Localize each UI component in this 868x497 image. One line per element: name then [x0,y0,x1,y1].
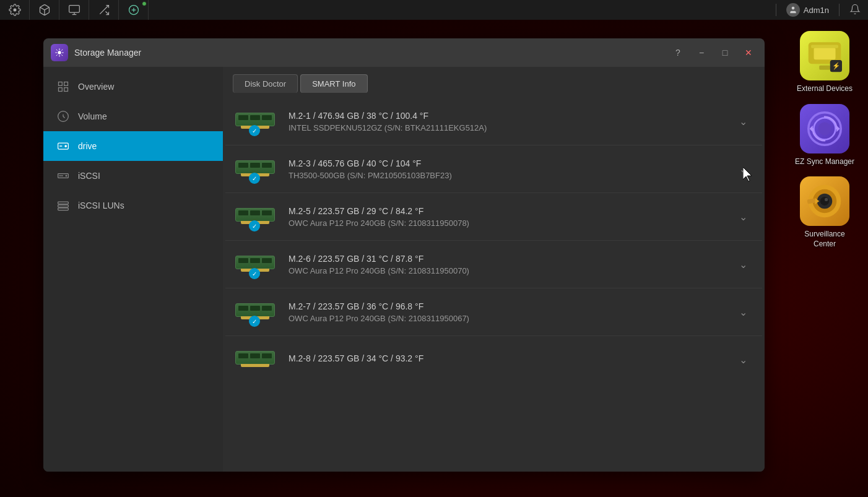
ssd-chip [238,210,248,215]
ssd-icon-6 [235,351,275,365]
drive-check-icon: ✓ [249,316,260,327]
ssd-chip [250,163,260,168]
ssd-icon-3 [235,208,275,222]
desktop-icon-ez-sync[interactable]: EZ Sync Manager [794,104,856,167]
window-titlebar: Storage Manager ? − □ ✕ [43,38,765,67]
drive-info: M.2-7 / 223.57 GB / 36 °C / 96.8 °F OWC … [289,301,734,323]
tab-disk-doctor[interactable]: Disk Doctor [233,74,298,93]
svg-rect-12 [59,88,63,92]
overview-icon [56,79,71,94]
drive-info: M.2-1 / 476.94 GB / 38 °C / 100.4 °F INT… [289,111,734,132]
drive-icon-container: ✓ [235,201,279,233]
taskbar-divider-2 [839,4,840,16]
sidebar-item-volume[interactable]: Volume [43,102,223,131]
taskbar-icon-settings[interactable] [0,0,30,20]
surveillance-label: Surveillance Center [794,230,856,249]
drive-expand-btn[interactable]: ⌄ [734,207,752,226]
ssd-chip [262,115,272,120]
ssd-chip [262,353,272,358]
list-item[interactable]: ✓ M.2-1 / 476.94 GB / 38 °C / 100.4 °F I… [225,98,762,145]
window-title: Storage Manager [74,48,669,58]
svg-rect-27 [819,66,830,70]
ssd-chip [238,353,248,358]
window-app-icon [51,44,68,61]
drive-expand-btn[interactable]: ⌄ [734,350,752,369]
svg-line-6 [105,12,108,15]
username-label: Adm1n [804,6,829,15]
drive-expand-btn[interactable]: ⌄ [734,303,752,321]
storage-manager-window: Storage Manager ? − □ ✕ Overview Volume [43,38,765,472]
drive-list[interactable]: ✓ M.2-1 / 476.94 GB / 38 °C / 100.4 °F I… [223,98,765,472]
drive-icon [56,139,71,153]
window-body: Overview Volume drive iSCSI [43,67,765,472]
svg-point-32 [818,122,831,135]
drive-check-icon: ✓ [249,220,260,231]
drive-info: M.2-6 / 223.57 GB / 31 °C / 87.8 °F OWC … [289,254,734,275]
close-button[interactable]: ✕ [740,44,757,61]
user-avatar [786,3,800,17]
iscsi-luns-icon [56,198,71,213]
sidebar-iscsi-label: iSCSI [78,171,100,181]
sidebar: Overview Volume drive iSCSI [43,67,223,472]
ssd-chip [262,210,272,215]
svg-rect-21 [58,202,69,204]
sidebar-item-overview[interactable]: Overview [43,72,223,102]
drive-display-name: M.2-8 / 223.57 GB / 34 °C / 93.2 °F [289,353,734,363]
surveillance-icon [800,176,849,226]
sidebar-iscsi-luns-label: iSCSI LUNs [78,201,124,210]
drive-expand-btn[interactable]: ⌄ [734,255,752,274]
ssd-chips [236,352,274,360]
taskbar-user[interactable]: Adm1n [786,3,829,17]
sidebar-item-drive[interactable]: drive [43,131,223,161]
drive-icon-container: ✓ [235,248,279,280]
svg-point-39 [825,198,828,201]
drive-icon-container [235,344,279,376]
desktop-icons: ⚡ External Devices EZ Sync Manager [794,31,856,249]
desktop-icon-surveillance[interactable]: Surveillance Center [794,176,856,249]
ssd-chips [236,256,274,265]
taskbar-icon-update[interactable] [89,0,119,20]
volume-icon [56,109,71,124]
external-devices-label: External Devices [797,84,853,94]
svg-text:⚡: ⚡ [832,62,841,70]
taskbar-icon-monitor[interactable] [59,0,89,20]
ez-sync-label: EZ Sync Manager [795,157,854,167]
drive-check-icon: ✓ [249,173,260,184]
drive-info: M.2-5 / 223.57 GB / 29 °C / 84.2 °F OWC … [289,206,734,228]
taskbar-right: Adm1n [771,3,868,17]
ssd-chip [262,306,272,311]
maximize-button[interactable]: □ [716,44,734,61]
taskbar-icon-package[interactable] [30,0,59,20]
drive-expand-btn[interactable]: ⌄ [734,160,752,178]
sidebar-item-iscsi[interactable]: iSCSI [43,161,223,191]
list-item[interactable]: ✓ M.2-3 / 465.76 GB / 40 °C / 104 °F TH3… [225,145,762,193]
desktop-icon-external-devices[interactable]: ⚡ External Devices [794,31,856,94]
svg-rect-11 [64,82,68,86]
help-button[interactable]: ? [669,44,687,61]
sidebar-item-iscsi-luns[interactable]: iSCSI LUNs [43,191,223,220]
tab-smart-info[interactable]: SMART Info [300,74,367,93]
window-controls: ? − □ ✕ [669,44,757,61]
svg-point-16 [65,145,67,147]
drive-display-name: M.2-6 / 223.57 GB / 31 °C / 87.8 °F [289,254,734,264]
list-item[interactable]: ✓ M.2-5 / 223.57 GB / 29 °C / 84.2 °F OW… [225,193,762,241]
ssd-chip [250,210,260,215]
ssd-connector [241,364,269,367]
ssd-chip [250,115,260,120]
list-item[interactable]: ✓ M.2-7 / 223.57 GB / 36 °C / 96.8 °F OW… [225,288,762,336]
list-item[interactable]: M.2-8 / 223.57 GB / 34 °C / 93.2 °F ⌄ [225,336,762,383]
taskbar-icon-app[interactable] [119,0,149,20]
svg-marker-33 [836,125,840,132]
drive-check-icon: ✓ [249,268,260,279]
notification-btn[interactable] [849,4,861,17]
sidebar-volume-label: Volume [78,111,107,121]
sidebar-overview-label: Overview [78,82,114,92]
external-devices-icon: ⚡ [800,31,849,80]
ssd-chip [250,353,260,358]
svg-rect-10 [59,82,63,86]
list-item[interactable]: ✓ M.2-6 / 223.57 GB / 31 °C / 87.8 °F OW… [225,241,762,288]
drive-expand-btn[interactable]: ⌄ [734,112,752,131]
minimize-button[interactable]: − [693,44,710,61]
ssd-chip [262,163,272,168]
ssd-icon-2 [235,160,275,174]
